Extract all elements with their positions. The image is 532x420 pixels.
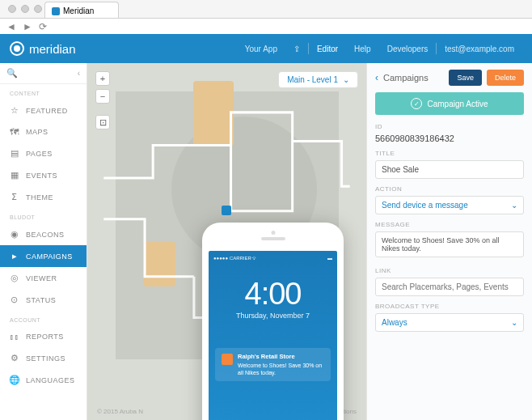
gear-icon: ⚙ — [10, 353, 19, 363]
id-label: ID — [375, 123, 524, 130]
sidebar-item-beacons[interactable]: ◉BEACONS — [0, 223, 87, 245]
status-text: Campaign Active — [427, 100, 488, 108]
back-button[interactable]: ‹ — [375, 72, 378, 83]
map-icon: 🗺 — [10, 127, 19, 137]
sidebar-item-settings[interactable]: ⚙SETTINGS — [0, 347, 87, 369]
top-nav: meridian Your App ⇪ Editor Help Develope… — [0, 34, 532, 63]
nav-help[interactable]: Help — [346, 45, 379, 53]
brand-text: meridian — [29, 42, 76, 56]
sidebar-item-campaigns[interactable]: ▸CAMPAIGNS — [0, 245, 87, 267]
nav-editor[interactable]: Editor — [309, 45, 346, 53]
notif-body: Welcome to Shoes! Save 30% on all Nikes … — [238, 362, 324, 376]
calendar-icon: ▦ — [10, 170, 19, 180]
phone-mockup: ●●●●● CARRIER ᯤ ▬ 4:00 Thursday, Novembe… — [202, 223, 344, 420]
title-label: TITLE — [375, 150, 524, 157]
id-value: 5660980839186432 — [375, 134, 524, 143]
chevron-down-icon: ⌄ — [343, 75, 349, 84]
collapse-icon[interactable]: ‹ — [78, 69, 80, 78]
phone-time: 4:00 — [213, 277, 332, 312]
sidebar-item-pages[interactable]: ▤PAGES — [0, 142, 87, 164]
section-account: ACCOUNT — [0, 311, 87, 326]
save-button[interactable]: Save — [449, 70, 482, 86]
level-label: Main - Level 1 — [287, 75, 338, 84]
share-icon[interactable]: ⇪ — [285, 45, 308, 53]
broadcast-label: BROADCAST TYPE — [375, 303, 524, 310]
sidebar-item-maps[interactable]: 🗺MAPS — [0, 121, 87, 142]
beacon-marker[interactable] — [222, 206, 231, 215]
sidebar-item-status[interactable]: ⊙STATUS — [0, 289, 87, 311]
reload-icon[interactable]: ⟳ — [39, 21, 47, 32]
notif-app-icon — [222, 354, 233, 365]
viewer-icon: ◎ — [10, 273, 19, 283]
check-icon: ✓ — [411, 98, 422, 109]
sidebar-item-reports[interactable]: ⫾⫾REPORTS — [0, 326, 87, 347]
action-label: ACTION — [375, 185, 524, 193]
browser-toolbar: ◄ ► ⟳ — [0, 18, 532, 34]
sidebar-item-events[interactable]: ▦EVENTS — [0, 164, 87, 186]
nav-user[interactable]: test@example.com — [437, 45, 522, 53]
phone-date: Thursday, November 7 — [213, 312, 332, 320]
chevron-down-icon: ⌄ — [511, 318, 517, 327]
beacon-icon: ◉ — [10, 229, 19, 240]
status-banner: ✓ Campaign Active — [375, 92, 524, 115]
sidebar-item-theme[interactable]: ʃTHEME — [0, 186, 87, 208]
browser-tab[interactable]: Meridian — [44, 2, 119, 19]
tab-title: Meridian — [63, 6, 94, 15]
fit-button[interactable]: ⊡ — [95, 115, 110, 129]
sidebar-item-languages[interactable]: 🌐LANGUAGES — [0, 369, 87, 391]
section-bludot: BLUDOT — [0, 208, 87, 223]
star-icon: ☆ — [10, 105, 19, 116]
right-panel: ‹ Campaigns Save Delete ✓ Campaign Activ… — [366, 63, 532, 420]
nav-your-app[interactable]: Your App — [237, 45, 285, 53]
title-input[interactable] — [375, 160, 524, 179]
status-icon: ⊙ — [10, 295, 19, 305]
action-select[interactable]: Send device a message⌄ — [375, 196, 524, 214]
minimize-window-icon[interactable] — [21, 5, 29, 13]
link-label: LINK — [375, 267, 524, 274]
message-input[interactable] — [375, 231, 524, 257]
campaign-icon: ▸ — [10, 251, 19, 261]
phone-notification: Ralph's Retail Store Welcome to Shoes! S… — [215, 348, 331, 381]
reports-icon: ⫾⫾ — [10, 332, 19, 342]
message-label: MESSAGE — [375, 221, 524, 228]
panel-title: Campaigns — [383, 73, 444, 83]
phone-carrier: CARRIER — [230, 256, 251, 261]
level-selector[interactable]: Main - Level 1 ⌄ — [278, 71, 358, 88]
brand[interactable]: meridian — [10, 41, 76, 56]
globe-icon: 🌐 — [10, 375, 19, 385]
sidebar: 🔍 ‹ CONTENT ☆FEATURED 🗺MAPS ▤PAGES ▦EVEN… — [0, 63, 87, 420]
sidebar-item-featured[interactable]: ☆FEATURED — [0, 100, 87, 121]
notif-title: Ralph's Retail Store — [238, 353, 324, 361]
maximize-window-icon[interactable] — [34, 5, 42, 13]
delete-button[interactable]: Delete — [487, 70, 524, 86]
link-input[interactable] — [375, 278, 524, 296]
close-window-icon[interactable] — [8, 5, 16, 13]
pages-icon: ▤ — [10, 148, 19, 159]
broadcast-select[interactable]: Always⌄ — [375, 313, 524, 332]
zoom-in-button[interactable]: + — [95, 71, 110, 86]
brand-icon — [10, 41, 24, 56]
back-icon[interactable]: ◄ — [6, 21, 16, 32]
chevron-down-icon: ⌄ — [511, 201, 517, 210]
forward-icon[interactable]: ► — [23, 21, 32, 32]
phone-screen: ●●●●● CARRIER ᯤ ▬ 4:00 Thursday, Novembe… — [209, 251, 337, 420]
nav-developers[interactable]: Developers — [379, 45, 437, 53]
favicon-icon — [52, 7, 60, 15]
zoom-out-button[interactable]: − — [95, 89, 110, 104]
theme-icon: ʃ — [10, 192, 19, 202]
sidebar-item-viewer[interactable]: ◎VIEWER — [0, 267, 87, 289]
battery-icon: ▬ — [327, 256, 332, 261]
section-content: CONTENT — [0, 84, 87, 100]
search-icon[interactable]: 🔍 — [6, 68, 18, 78]
browser-chrome: Meridian ◄ ► ⟳ — [0, 0, 532, 34]
